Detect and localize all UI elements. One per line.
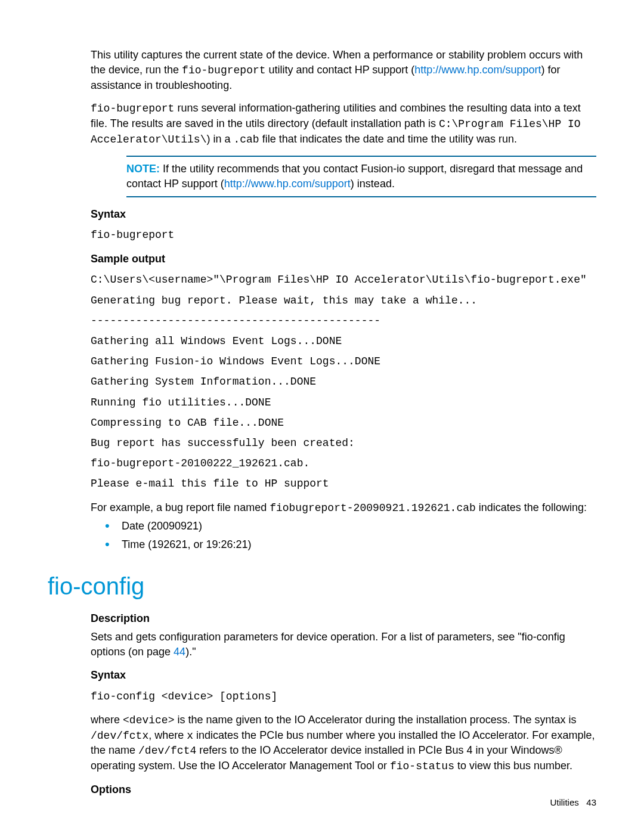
page-footer: Utilities 43 [550, 797, 596, 809]
text: utility and contact HP support ( [266, 64, 415, 76]
inline-code: x [187, 730, 193, 742]
syntax-heading-2: Syntax [91, 668, 596, 683]
inline-code: fio-bugreport [182, 64, 265, 76]
inline-code: fio-status [390, 760, 454, 772]
support-link[interactable]: http://www.hp.com/support [414, 64, 541, 76]
syntax-heading: Syntax [91, 207, 596, 222]
sample-output-heading: Sample output [91, 252, 596, 267]
text: is the name given to the IO Accelerator … [174, 714, 576, 726]
text: indicates the following: [476, 501, 587, 513]
description-heading: Description [91, 611, 596, 626]
footer-page-number: 43 [586, 797, 596, 807]
where-paragraph: where <device> is the name given to the … [91, 713, 596, 774]
text: , where [148, 729, 187, 741]
note-label: NOTE: [126, 163, 160, 175]
syntax-code: fio-bugreport [91, 225, 596, 245]
text: For example, a bug report file named [91, 501, 270, 513]
text: file that indicates the date and time th… [259, 133, 517, 145]
list-item: Time (192621, or 19:26:21) [105, 537, 596, 552]
note-box: NOTE: If the utility recommends that you… [126, 156, 596, 197]
footer-section: Utilities [550, 797, 578, 807]
syntax-code-2: fio-config <device> [options] [91, 686, 596, 707]
example-paragraph: For example, a bug report file named fio… [91, 500, 596, 516]
intro-paragraph: This utility captures the current state … [91, 48, 596, 92]
inline-code: fiobugreport-20090921.192621.cab [270, 502, 476, 514]
inline-code: /dev/fctx [91, 730, 148, 742]
page-link[interactable]: 44 [174, 646, 185, 658]
text: where [91, 714, 123, 726]
text: to view this bus number. [454, 760, 572, 772]
list-item: Date (20090921) [105, 519, 596, 534]
inline-code: <device> [123, 714, 174, 726]
inline-code: /dev/fct4 [138, 745, 196, 757]
list-text: Date (20090921) [122, 520, 202, 532]
note-support-link[interactable]: http://www.hp.com/support [224, 178, 351, 190]
section-title-fio-config: fio-config [48, 570, 596, 603]
text: )." [185, 646, 196, 658]
example-list: Date (20090921) Time (192621, or 19:26:2… [91, 519, 596, 552]
sample-output-block: C:\Users\<username>"\Program Files\HP IO… [91, 270, 596, 494]
list-text: Time (192621, or 19:26:21) [122, 538, 251, 550]
paragraph-2: fio-bugreport runs several information-g… [91, 101, 596, 147]
options-heading: Options [91, 782, 596, 797]
description-paragraph: Sets and gets configuration parameters f… [91, 630, 596, 659]
note-text-b: ) instead. [351, 178, 395, 190]
inline-code: fio-bugreport [91, 103, 174, 114]
text: Sets and gets configuration parameters f… [91, 631, 565, 658]
text: ) in a [206, 133, 233, 145]
inline-code: .cab [233, 134, 259, 145]
